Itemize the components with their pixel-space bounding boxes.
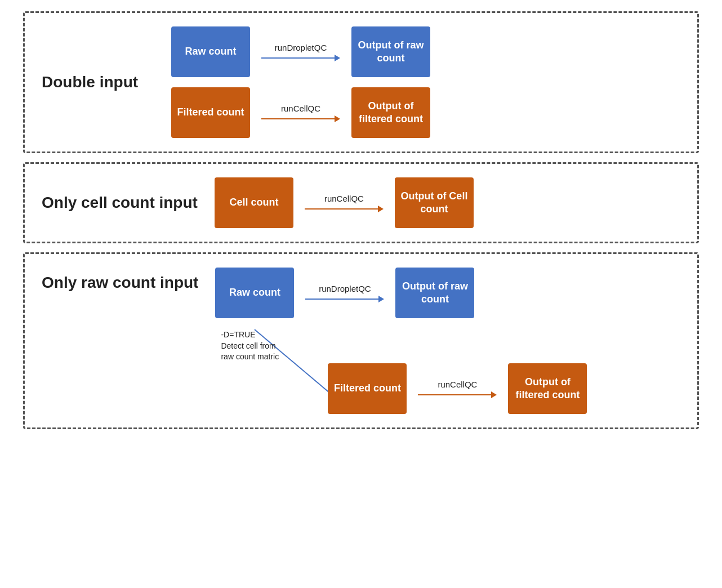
arrow-label-droplet-2: runDropletQC (319, 284, 371, 293)
arrow-head-5 (491, 391, 497, 398)
arrow-cell-qc-2: runCellQC (299, 194, 389, 212)
raw-count-flow: Raw count runDropletQC Output of raw cou… (198, 268, 680, 414)
cell-count-row1: Cell count runCellQC Output of Cell coun… (215, 177, 474, 228)
cell-count-label: Only cell count input (42, 193, 198, 212)
arrow-label-cell-3: runCellQC (438, 380, 477, 389)
arrow-line-4 (305, 296, 384, 302)
arrow-line-5 (418, 391, 497, 398)
raw-count-box-2: Raw count (215, 268, 294, 318)
arrow-shaft-2 (261, 118, 335, 119)
arrow-line-3 (305, 206, 384, 212)
arrow-label-droplet-1: runDropletQC (275, 43, 327, 52)
arrow-head-2 (335, 115, 340, 122)
double-input-label: Double input (42, 73, 154, 92)
double-input-row2: Filtered count runCellQC Output of filte… (171, 87, 430, 138)
filtered-count-box-2: Filtered count (328, 363, 407, 414)
raw-count-top-row: Raw count runDropletQC Output of raw cou… (215, 268, 474, 318)
output-raw-count-box-2: Output of raw count (395, 268, 474, 318)
diagonal-label: -D=TRUE Detect cell from raw count matri… (221, 329, 279, 363)
arrow-shaft-3 (305, 208, 378, 210)
cell-count-section: Only cell count input Cell count runCell… (23, 162, 699, 243)
arrow-droplet-qc-1: runDropletQC (256, 43, 346, 61)
cell-count-flow: Cell count runCellQC Output of Cell coun… (198, 177, 680, 228)
arrow-cell-qc-3: runCellQC (412, 380, 502, 398)
raw-count-bottom-row: Filtered count runCellQC Output of filte… (328, 363, 587, 414)
diagonal-area: -D=TRUE Detect cell from raw count matri… (215, 324, 553, 414)
arrow-droplet-qc-2: runDropletQC (300, 284, 390, 302)
double-input-row1: Raw count runDropletQC Output of raw cou… (171, 26, 430, 77)
filtered-count-box-1: Filtered count (171, 87, 250, 138)
double-input-flow: Raw count runDropletQC Output of raw cou… (154, 26, 680, 138)
arrow-head-3 (378, 206, 384, 212)
arrow-label-cell-2: runCellQC (324, 194, 364, 203)
arrow-head-4 (378, 296, 384, 302)
output-filtered-count-box-2: Output of filtered count (508, 363, 587, 414)
raw-count-box-1: Raw count (171, 26, 250, 77)
output-raw-count-box-1: Output of raw count (351, 26, 430, 77)
output-cell-count-box: Output of Cell count (395, 177, 474, 228)
arrow-shaft-1 (261, 57, 335, 59)
arrow-shaft-5 (418, 394, 491, 395)
double-input-section: Double input Raw count runDropletQC Outp… (23, 11, 699, 153)
arrow-shaft-4 (305, 299, 378, 300)
arrow-cell-qc-1: runCellQC (256, 104, 346, 122)
arrow-head-1 (335, 55, 340, 61)
arrow-line-2 (261, 115, 340, 122)
raw-count-label: Only raw count input (42, 268, 198, 292)
cell-count-box: Cell count (215, 177, 293, 228)
raw-count-section: Only raw count input Raw count runDrople… (23, 252, 699, 429)
arrow-label-cell-1: runCellQC (281, 104, 320, 113)
arrow-line-1 (261, 55, 340, 61)
output-filtered-count-box-1: Output of filtered count (351, 87, 430, 138)
diagram-container: Double input Raw count runDropletQC Outp… (23, 11, 699, 429)
